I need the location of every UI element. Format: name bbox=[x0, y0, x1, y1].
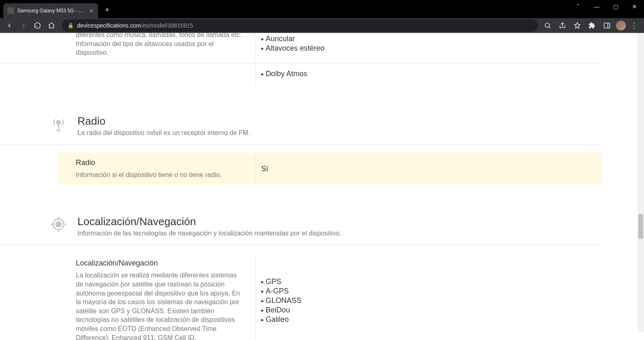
svg-rect-1 bbox=[604, 23, 610, 28]
reload-button[interactable] bbox=[31, 19, 44, 32]
svg-point-6 bbox=[56, 222, 61, 227]
list-item: Dolby Atmos bbox=[261, 69, 597, 79]
spec-value-list: Dolby Atmos bbox=[261, 69, 597, 79]
spec-row-altavoz: diferentes como música, llamadas, tonos … bbox=[0, 33, 602, 63]
window-controls: ˅ — ▢ ✕ bbox=[568, 0, 644, 13]
toolbar-right: ⋮ bbox=[542, 20, 641, 31]
window-titlebar: Samsung Galaxy M53 5G - Carac ✕ + ˅ — ▢ … bbox=[0, 0, 644, 18]
list-item: BeiDou bbox=[261, 305, 597, 315]
close-window-button[interactable]: ✕ bbox=[625, 0, 644, 13]
new-tab-button[interactable]: + bbox=[102, 6, 112, 14]
scrollbar-thumb[interactable] bbox=[638, 214, 643, 239]
list-item: Altavoces estéreo bbox=[261, 44, 597, 53]
bookmark-icon[interactable] bbox=[571, 20, 583, 31]
home-button[interactable] bbox=[45, 19, 58, 32]
url-domain: devicespecifications.com bbox=[77, 22, 141, 29]
list-item: Galileo bbox=[261, 315, 597, 324]
spec-value: Sí bbox=[261, 165, 597, 173]
spec-desc: diferentes como música, llamadas, tonos … bbox=[76, 33, 244, 57]
spec-value-list: Auricular Altavoces estéreo bbox=[261, 34, 597, 53]
spec-name: Radio bbox=[76, 158, 244, 167]
svg-point-3 bbox=[56, 121, 60, 124]
section-header-location: Localización/Navegación Información de l… bbox=[0, 205, 602, 245]
spec-row-radio: Radio Información si el dispositivo tien… bbox=[58, 153, 602, 185]
list-item: GPS bbox=[261, 277, 597, 286]
maximize-button[interactable]: ▢ bbox=[606, 0, 625, 13]
spec-name: Localización/Navegación bbox=[76, 259, 244, 268]
spec-row-location: Localización/Navegación La localización … bbox=[0, 253, 602, 340]
search-icon[interactable] bbox=[542, 20, 553, 31]
share-icon[interactable] bbox=[557, 20, 568, 31]
address-bar[interactable]: 🔒 devicespecifications.com/es/model/3981… bbox=[62, 19, 538, 32]
page-viewport: diferentes como música, llamadas, tonos … bbox=[0, 33, 644, 340]
spec-desc: La localización se realiza mediante dife… bbox=[76, 271, 244, 340]
browser-tab-active[interactable]: Samsung Galaxy M53 5G - Carac ✕ bbox=[3, 3, 98, 18]
list-item: A-GPS bbox=[261, 286, 597, 296]
spec-value-list: GPS A-GPS GLONASS BeiDou Galileo bbox=[261, 277, 597, 324]
minimize-button[interactable]: — bbox=[587, 0, 606, 13]
list-item: GLONASS bbox=[261, 296, 597, 305]
forward-button[interactable] bbox=[17, 19, 30, 32]
close-tab-icon[interactable]: ✕ bbox=[89, 7, 94, 14]
tab-favicon bbox=[7, 7, 14, 14]
page-content: diferentes como música, llamadas, tonos … bbox=[0, 33, 644, 332]
section-title: Localización/Navegación bbox=[77, 215, 341, 228]
extensions-icon[interactable] bbox=[586, 20, 598, 31]
section-title: Radio bbox=[77, 115, 250, 128]
profile-avatar[interactable] bbox=[616, 21, 626, 30]
svg-point-0 bbox=[545, 23, 550, 28]
section-subtitle: La radio del dispositivo móvil es un rec… bbox=[77, 129, 250, 137]
spec-desc: Información si el dispositivo tiene o no… bbox=[76, 170, 244, 179]
browser-toolbar: 🔒 devicespecifications.com/es/model/3981… bbox=[0, 18, 644, 33]
lock-icon: 🔒 bbox=[68, 23, 74, 28]
section-subtitle: Información de las tecnologías de navega… bbox=[77, 230, 341, 237]
side-panel-icon[interactable] bbox=[601, 20, 613, 31]
back-button[interactable] bbox=[3, 19, 16, 32]
radio-icon bbox=[49, 115, 68, 133]
url-path: /es/model/39815915 bbox=[141, 22, 193, 29]
section-header-radio: Radio La radio del dispositivo móvil es … bbox=[0, 105, 602, 144]
list-item: Auricular bbox=[261, 34, 597, 44]
tab-title: Samsung Galaxy M53 5G - Carac bbox=[17, 8, 86, 14]
chevron-down-icon[interactable]: ˅ bbox=[568, 0, 587, 13]
scrollbar-track[interactable] bbox=[637, 33, 644, 332]
menu-icon[interactable]: ⋮ bbox=[629, 21, 639, 30]
location-icon bbox=[49, 215, 68, 233]
spec-row-altavoz-extra: Dolby Atmos bbox=[0, 63, 602, 84]
